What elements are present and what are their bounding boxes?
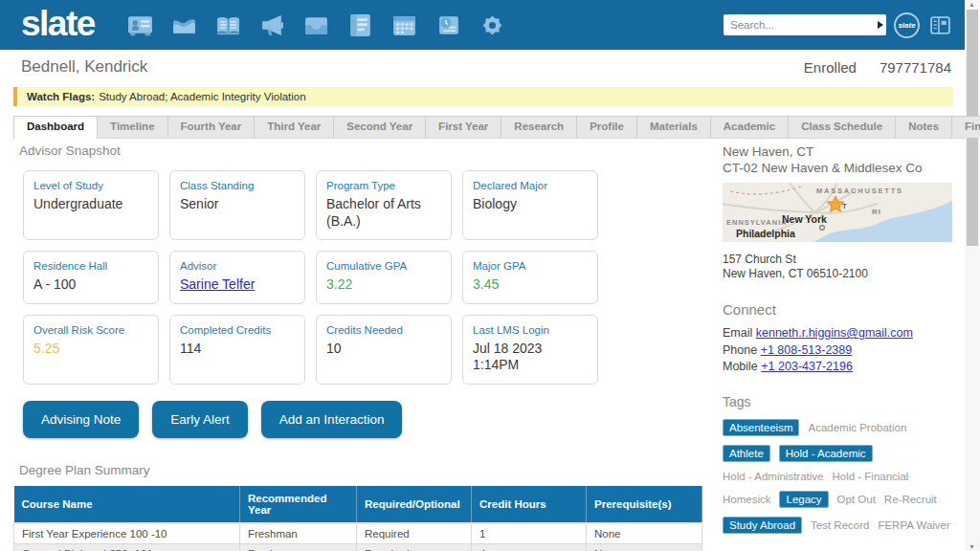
tab-fourth-year[interactable]: Fourth Year [167,116,256,138]
col-credit-hours: Credit Hours [472,486,587,523]
page-scrollbar[interactable]: ▲ ▼ [965,0,980,551]
slate-badge-icon[interactable]: slate [894,12,920,38]
global-search[interactable] [724,14,886,35]
tag-hold-financial[interactable]: Hold - Financial [832,471,908,482]
table-row: General Biology I 250 -101 Freshman Requ… [14,543,702,551]
topbar-right-cluster: slate [724,12,953,38]
card-level-of-study: Level of Study Undergraduate [23,170,159,240]
action-button-row: Advising Note Early Alert Add an Interac… [23,401,708,438]
card-completed-credits: Completed Credits 114 [169,315,305,385]
col-recommended-year: Recommended Year [240,486,357,523]
card-credits-needed: Credits Needed 10 [316,315,452,385]
slate-logo[interactable]: slate [21,6,95,45]
tag-test-record[interactable]: Test Record [811,519,869,531]
document-list-icon[interactable] [347,12,373,38]
degree-plan-table: Course Name Recommended Year Required/Op… [13,486,702,551]
mobile-row: Mobile +1 203-437-2196 [723,359,952,376]
slate-student-dashboard: slate [0,0,980,551]
right-sidebar: New Haven, CT CT-02 New Haven & Middlese… [723,143,952,551]
page-title: Bednell, Kendrick [21,57,147,77]
card-class-standing: Class Standing Senior [169,170,305,240]
card-declared-major: Declared Major Biology [462,170,598,240]
phone-link[interactable]: +1 808-513-2389 [761,343,853,357]
record-tabbar: Dashboard Timeline Fourth Year Third Yea… [13,116,965,139]
contact-card-icon[interactable] [127,12,153,38]
area-chart-icon[interactable] [171,12,197,38]
table-row: First Year Experience 100 -10 Freshman R… [14,523,702,544]
nav-icon-strip [127,12,505,38]
tag-hold-academic[interactable]: Hold - Academic [779,445,873,462]
svg-text:New York: New York [782,213,827,225]
tag-homesick[interactable]: Homesick [723,494,770,505]
card-program-type: Program Type Bachelor of Arts (B.A.) [316,170,452,240]
email-row: Email kenneth.r.higgins@gmail.com [723,325,952,342]
tag-athlete[interactable]: Athlete [723,445,770,462]
tag-ferpa-waiver[interactable]: FERPA Waiver [878,519,949,531]
tag-opt-out[interactable]: Opt Out [837,494,876,505]
student-status-block: Enrolled 797771784 [804,59,951,76]
mobile-link[interactable]: +1 203-437-2196 [761,360,853,373]
card-overall-risk-score: Overall Risk Score 5.25 [23,315,159,385]
search-submit-icon[interactable] [878,21,883,29]
tags-title: Tags [723,394,952,409]
advisor-link[interactable]: Sarine Telfer [180,276,255,292]
tag-hold-administrative[interactable]: Hold - Administrative [723,471,823,482]
tab-materials[interactable]: Materials [636,116,711,138]
tab-third-year[interactable]: Third Year [254,116,334,138]
card-residence-hall: Residence Hall A - 100 [23,251,159,304]
connect-title: Connect [723,301,952,318]
enrollment-status: Enrolled [804,59,857,76]
col-course-name: Course Name [14,486,240,523]
reports-clock-icon[interactable] [435,12,461,38]
megaphone-icon[interactable] [259,12,285,38]
svg-text:Philadelphia: Philadelphia [736,228,795,239]
email-link[interactable]: kenneth.r.higgins@gmail.com [756,326,913,340]
location-city: New Haven, CT [723,143,952,160]
tag-study-abroad[interactable]: Study Abroad [723,517,802,534]
tab-financial-aid[interactable]: Financial Aid [951,116,980,138]
tab-research[interactable]: Research [501,116,577,138]
tag-cloud: Absenteeism Academic Probation Athlete H… [723,419,952,534]
tab-timeline[interactable]: Timeline [97,116,167,138]
panels-icon[interactable] [927,12,953,38]
table-header-row: Course Name Recommended Year Required/Op… [14,486,702,523]
tab-second-year[interactable]: Second Year [333,116,426,138]
address-line1: 157 Church St [723,253,952,267]
card-cumulative-gpa: Cumulative GPA 3.22 [316,251,452,304]
scroll-up-icon[interactable]: ▲ [969,1,975,8]
tab-dashboard[interactable]: Dashboard [13,116,98,139]
phone-row: Phone +1 808-513-2389 [723,342,952,360]
snapshot-card-grid: Level of Study Undergraduate Class Stand… [23,170,708,385]
tab-profile[interactable]: Profile [576,116,637,138]
advising-note-button[interactable]: Advising Note [23,401,139,438]
tag-legacy[interactable]: Legacy [779,491,828,508]
location-district: CT-02 New Haven & Middlesex Co [723,160,952,176]
student-id: 797771784 [880,59,951,76]
watch-flags-banner: Watch Flags: Study Abroad; Academic Inte… [13,87,953,106]
watch-flags-value: Study Abroad; Academic Integrity Violati… [99,91,306,102]
tab-first-year[interactable]: First Year [425,116,501,138]
watch-flags-label: Watch Flags: [27,91,95,102]
tag-absenteeism[interactable]: Absenteeism [723,419,799,436]
open-book-icon[interactable] [215,12,241,38]
contact-list: Email kenneth.r.higgins@gmail.com Phone … [723,325,952,376]
svg-text:RI: RI [872,208,881,216]
search-input[interactable] [730,19,878,31]
tab-class-schedule[interactable]: Class Schedule [788,116,896,138]
add-interaction-button[interactable]: Add an Interaction [261,401,403,438]
tag-academic-probation[interactable]: Academic Probation [808,422,906,433]
card-major-gpa: Major GPA 3.45 [462,251,598,304]
scroll-down-icon[interactable]: ▼ [969,543,975,550]
advisor-snapshot-title: Advisor Snapshot [19,143,708,158]
address-line2: New Haven, CT 06510-2100 [723,267,952,281]
calendar-icon[interactable] [391,12,417,38]
early-alert-button[interactable]: Early Alert [152,401,248,438]
gear-icon[interactable] [479,12,505,38]
inbox-icon[interactable] [303,12,329,38]
tab-academic[interactable]: Academic [710,116,789,138]
svg-text:ENNSYLVANIA: ENNSYLVANIA [726,218,788,227]
card-advisor: Advisor Sarine Telfer [169,251,305,304]
tag-re-recruit[interactable]: Re-Recruit [884,494,937,505]
location-map: MASSACHUSETTS RI ENNSYLVANIA New York Ph… [723,183,952,242]
tab-notes[interactable]: Notes [895,116,952,138]
